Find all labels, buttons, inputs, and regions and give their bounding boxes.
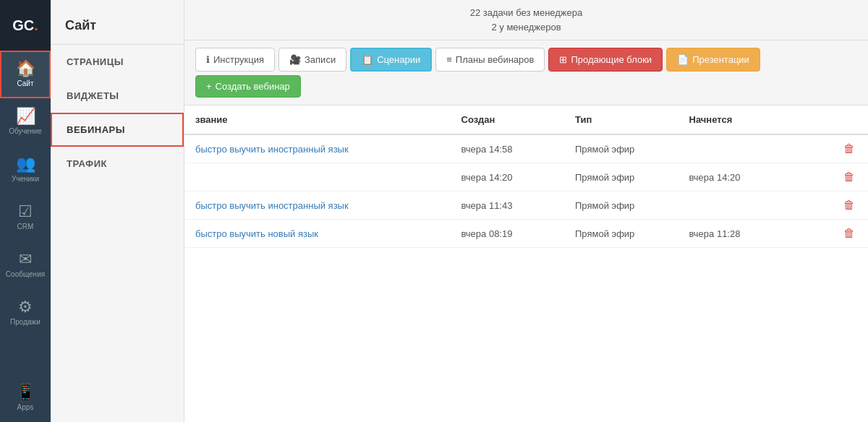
nav-label-site: Сайт bbox=[17, 79, 33, 88]
cell-action: 🗑 bbox=[830, 220, 869, 248]
icon-sidebar: GC. 🏠 Сайт 📈 Обучение 👥 Ученики ☑ CRM ✉ … bbox=[0, 0, 51, 422]
nav-item-students[interactable]: 👥 Ученики bbox=[0, 146, 51, 194]
tab-webinar-plans[interactable]: ≡ Планы вебинаров bbox=[435, 48, 545, 72]
nav-label-messages: Сообщения bbox=[6, 270, 45, 279]
section-nav-widgets[interactable]: ВИДЖЕТЫ bbox=[51, 79, 184, 113]
nav-item-crm[interactable]: ☑ CRM bbox=[0, 194, 51, 241]
crm-icon: ☑ bbox=[18, 204, 33, 220]
table-row: быстро выучить новый языквчера 08:19Прям… bbox=[184, 220, 868, 248]
top-bar: 22 задачи без менеджера 2 у менеджеров bbox=[184, 0, 868, 40]
main-content: 22 задачи без менеджера 2 у менеджеров ℹ… bbox=[184, 0, 868, 422]
cell-starts bbox=[678, 191, 830, 220]
cell-created: вчера 08:19 bbox=[451, 220, 565, 248]
cell-created: вчера 14:58 bbox=[451, 134, 565, 163]
plans-icon: ≡ bbox=[446, 54, 452, 65]
tab-create-webinar-label: Создать вебинар bbox=[216, 81, 290, 92]
nav-label-students: Ученики bbox=[12, 175, 39, 184]
tab-scenarios[interactable]: 📋 Сценарии bbox=[350, 48, 432, 72]
cell-action: 🗑 bbox=[830, 134, 869, 163]
tab-webinar-plans-label: Планы вебинаров bbox=[456, 54, 535, 65]
col-header-type: Тип bbox=[564, 106, 678, 134]
cell-name: быстро выучить иностранный язык bbox=[184, 191, 451, 220]
webinars-table: звание Создан Тип Начнется быстро выучит… bbox=[184, 106, 868, 248]
messages-icon: ✉ bbox=[19, 251, 32, 267]
blocks-icon: ⊞ bbox=[559, 54, 567, 65]
col-header-created: Создан bbox=[451, 106, 565, 134]
logo-area: GC. bbox=[0, 0, 51, 51]
presentations-icon: 📄 bbox=[677, 54, 689, 65]
tab-presentations-label: Презентации bbox=[692, 54, 749, 65]
cell-name: быстро выучить новый язык bbox=[184, 220, 451, 248]
table-row: вчера 14:20Прямой эфирвчера 14:20🗑 bbox=[184, 163, 868, 191]
logo: GC. bbox=[12, 17, 38, 34]
info-icon: ℹ bbox=[206, 54, 210, 65]
cell-created: вчера 14:20 bbox=[451, 163, 565, 191]
logo-text: GC bbox=[12, 17, 34, 33]
nav-item-apps[interactable]: 📱 Apps bbox=[0, 374, 51, 422]
delete-button[interactable]: 🗑 bbox=[843, 227, 855, 239]
nav-label-crm: CRM bbox=[17, 223, 34, 231]
col-header-name: звание bbox=[184, 106, 451, 134]
video-icon: 🎥 bbox=[289, 54, 301, 65]
learning-icon: 📈 bbox=[16, 108, 35, 124]
cell-type: Прямой эфир bbox=[564, 163, 678, 191]
tab-instruction[interactable]: ℹ Инструкция bbox=[195, 48, 275, 72]
scenarios-icon: 📋 bbox=[362, 54, 373, 65]
tab-instruction-label: Инструкция bbox=[213, 54, 264, 65]
col-header-starts: Начнется bbox=[678, 106, 830, 134]
delete-button[interactable]: 🗑 bbox=[843, 142, 855, 155]
logo-dot: . bbox=[34, 17, 38, 33]
nav-item-sales[interactable]: ⚙ Продажи bbox=[0, 289, 51, 337]
plus-icon: + bbox=[206, 81, 212, 92]
section-nav-pages[interactable]: СТРАНИЦЫ bbox=[51, 45, 184, 79]
section-nav-webinars[interactable]: ВЕБИНАРЫ bbox=[51, 113, 184, 147]
col-header-action bbox=[830, 106, 869, 134]
cell-type: Прямой эфир bbox=[564, 191, 678, 220]
nav-label-apps: Apps bbox=[17, 403, 34, 412]
tab-scenarios-label: Сценарии bbox=[377, 54, 420, 65]
delete-button[interactable]: 🗑 bbox=[843, 171, 855, 183]
home-icon: 🏠 bbox=[16, 61, 35, 77]
nav-item-messages[interactable]: ✉ Сообщения bbox=[0, 241, 51, 289]
table-area: звание Создан Тип Начнется быстро выучит… bbox=[184, 106, 868, 422]
tab-records[interactable]: 🎥 Записи bbox=[278, 48, 346, 72]
tab-create-webinar[interactable]: + Создать вебинар bbox=[195, 75, 301, 98]
nav-label-sales: Продажи bbox=[10, 318, 41, 327]
top-bar-line1: 22 задачи без менеджера bbox=[199, 6, 854, 20]
tab-records-label: Записи bbox=[305, 54, 336, 65]
table-row: быстро выучить иностранный языквчера 11:… bbox=[184, 191, 868, 220]
students-icon: 👥 bbox=[16, 156, 35, 172]
cell-action: 🗑 bbox=[830, 163, 869, 191]
table-row: быстро выучить иностранный языквчера 14:… bbox=[184, 134, 868, 163]
top-bar-line2: 2 у менеджеров bbox=[199, 20, 854, 35]
nav-item-site[interactable]: 🏠 Сайт bbox=[0, 51, 51, 98]
webinar-link[interactable]: быстро выучить иностранный язык bbox=[195, 144, 349, 155]
section-nav-traffic[interactable]: ТРАФИК bbox=[51, 147, 184, 181]
tab-selling-blocks[interactable]: ⊞ Продающие блоки bbox=[548, 48, 663, 72]
cell-name bbox=[184, 163, 451, 191]
section-title: Сайт bbox=[51, 7, 184, 45]
section-sidebar: Сайт СТРАНИЦЫ ВИДЖЕТЫ ВЕБИНАРЫ ТРАФИК bbox=[51, 0, 184, 422]
webinar-link[interactable]: быстро выучить новый язык bbox=[195, 228, 318, 239]
cell-type: Прямой эфир bbox=[564, 220, 678, 248]
cell-type: Прямой эфир bbox=[564, 134, 678, 163]
delete-button[interactable]: 🗑 bbox=[843, 199, 855, 211]
webinar-link[interactable]: быстро выучить иностранный язык bbox=[195, 200, 349, 211]
sales-icon: ⚙ bbox=[18, 299, 33, 315]
nav-label-learning: Обучение bbox=[9, 127, 42, 136]
nav-item-learning[interactable]: 📈 Обучение bbox=[0, 98, 51, 146]
cell-created: вчера 11:43 bbox=[451, 191, 565, 220]
cell-name: быстро выучить иностранный язык bbox=[184, 134, 451, 163]
cell-action: 🗑 bbox=[830, 191, 869, 220]
cell-starts: вчера 14:20 bbox=[678, 163, 830, 191]
tab-selling-blocks-label: Продающие блоки bbox=[571, 54, 652, 65]
tab-bar: ℹ Инструкция 🎥 Записи 📋 Сценарии ≡ Планы… bbox=[184, 40, 868, 106]
cell-starts: вчера 11:28 bbox=[678, 220, 830, 248]
tab-presentations[interactable]: 📄 Презентации bbox=[666, 48, 760, 72]
apps-icon: 📱 bbox=[16, 384, 35, 400]
cell-starts bbox=[678, 134, 830, 163]
